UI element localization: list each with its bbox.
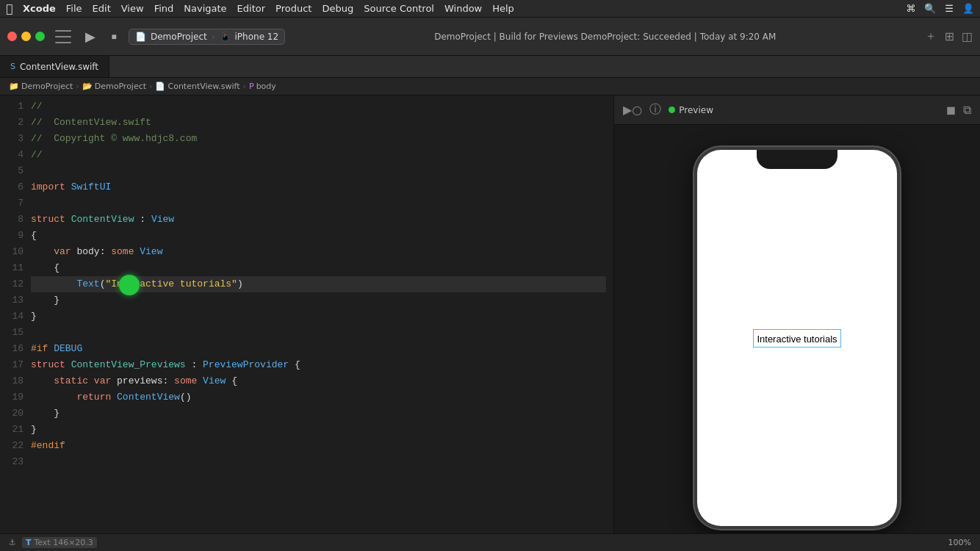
preview-toolbar: ▶○ ⓘ Preview ◼ ⧉ <box>614 96 980 125</box>
device-icon: 📱 <box>220 32 231 42</box>
menu-editor[interactable]: Editor <box>237 3 265 14</box>
breadcrumb: 📁 DemoProject › 📂 DemoProject › 📄 Conten… <box>0 78 980 96</box>
swift-icon: 📄 <box>155 82 165 91</box>
menu-xcode[interactable]: Xcode <box>23 3 56 14</box>
breadcrumb-contentview-swift[interactable]: 📄 ContentView.swift <box>155 82 239 91</box>
preview-toolbar-right: ◼ ⧉ <box>946 103 971 117</box>
status-right: 100% <box>948 538 971 547</box>
preview-label: Preview <box>669 105 713 115</box>
preview-content: Interactive tutorials <box>614 125 980 551</box>
source-code: // // ContentView.swift // Copyright © w… <box>31 98 613 470</box>
preview-text-label: Preview <box>679 105 713 115</box>
code-area: 1 2 3 4 5 6 7 8 9 10 11 12 13 14 15 16 1… <box>0 96 613 473</box>
menu-edit[interactable]: Edit <box>93 3 111 14</box>
breakpoint-indicator <box>119 275 140 295</box>
menu-product[interactable]: Product <box>275 3 311 14</box>
breadcrumb-demoproject-group[interactable]: 📂 DemoProject <box>82 82 146 91</box>
project-icon: 📄 <box>135 32 146 42</box>
swift-file-icon: S <box>10 62 15 71</box>
add-icon[interactable]: ＋ <box>925 29 937 44</box>
duplicate-icon[interactable]: ⧉ <box>963 103 971 117</box>
toolbar: ▶ ■ 📄 DemoProject › 📱 iPhone 12 DemoProj… <box>0 18 980 56</box>
menu-view[interactable]: View <box>121 3 144 14</box>
element-info: Text 146×20.3 <box>34 538 93 547</box>
build-status: DemoProject | Build for Previews DemoPro… <box>291 32 919 42</box>
phone-notch <box>757 150 837 169</box>
search-icon[interactable]: 🔍 <box>924 3 936 14</box>
stop-button[interactable]: ■ <box>105 28 123 46</box>
toolbar-right: ＋ ⊞ ◫ <box>925 29 973 44</box>
live-preview-icon[interactable]: ▶○ <box>623 103 642 117</box>
breadcrumb-sep-3: › <box>243 82 246 91</box>
scheme-selector[interactable]: 📄 DemoProject › 📱 iPhone 12 <box>129 29 285 45</box>
menu-help[interactable]: Help <box>492 3 514 14</box>
traffic-lights <box>7 32 45 41</box>
wifi-icon: ⌘ <box>906 3 915 14</box>
user-icon: 👤 <box>962 3 974 14</box>
element-type-icon: T <box>26 538 32 547</box>
chevron-right-icon: › <box>212 32 215 42</box>
tab-contentview-swift[interactable]: S ContentView.swift <box>0 56 109 77</box>
phone-screen: Interactive tutorials <box>697 150 897 526</box>
device-name: iPhone 12 <box>235 32 279 42</box>
fullscreen-button[interactable] <box>35 32 45 41</box>
layout-icon[interactable]: ⊞ <box>944 29 954 43</box>
preview-ui-text: Interactive tutorials <box>757 334 837 345</box>
property-icon: P <box>249 82 254 91</box>
split-view-icon[interactable]: ◫ <box>962 29 973 43</box>
device-preview-icon[interactable]: ◼ <box>946 103 956 117</box>
menu-find[interactable]: Find <box>154 3 174 14</box>
breadcrumb-label-0: DemoProject <box>21 82 73 91</box>
info-icon[interactable]: ⓘ <box>649 102 661 118</box>
phone-mockup: Interactive tutorials <box>694 147 900 529</box>
status-left: ⚓ T Text 146×20.3 <box>9 537 97 548</box>
tab-label: ContentView.swift <box>20 62 98 72</box>
preview-text-wrapper[interactable]: Interactive tutorials <box>753 329 840 347</box>
menubar-right: ⌘ 🔍 ☰ 👤 <box>906 3 974 14</box>
menu-navigate[interactable]: Navigate <box>184 3 226 14</box>
zoom-level: 100% <box>948 538 971 547</box>
tab-bar: S ContentView.swift <box>0 56 980 78</box>
preview-panel: ▶○ ⓘ Preview ◼ ⧉ Interactive tutorials <box>613 96 980 551</box>
sidebar-toggle[interactable] <box>55 30 71 43</box>
control-center-icon[interactable]: ☰ <box>945 3 954 14</box>
preview-status-dot <box>669 107 675 113</box>
breadcrumb-sep-1: › <box>76 82 79 91</box>
group-icon: 📂 <box>82 82 93 91</box>
status-bar: ⚓ T Text 146×20.3 100% <box>0 533 980 551</box>
breadcrumb-body[interactable]: P body <box>249 82 276 91</box>
anchor-icon[interactable]: ⚓ <box>9 538 16 547</box>
main-area: 1 2 3 4 5 6 7 8 9 10 11 12 13 14 15 16 1… <box>0 96 980 551</box>
menu-debug[interactable]: Debug <box>322 3 353 14</box>
menu-file[interactable]: File <box>66 3 82 14</box>
element-badge: T Text 146×20.3 <box>22 537 97 548</box>
menu-window[interactable]: Window <box>444 3 482 14</box>
scheme-name: DemoProject <box>151 32 207 42</box>
breadcrumb-label-2: ContentView.swift <box>167 82 239 91</box>
line-numbers: 1 2 3 4 5 6 7 8 9 10 11 12 13 14 15 16 1… <box>0 98 31 470</box>
minimize-button[interactable] <box>21 32 31 41</box>
close-button[interactable] <box>7 32 17 41</box>
breadcrumb-sep-2: › <box>149 82 152 91</box>
breadcrumb-demoproject-root[interactable]: 📁 DemoProject <box>9 82 73 91</box>
code-editor[interactable]: 1 2 3 4 5 6 7 8 9 10 11 12 13 14 15 16 1… <box>0 96 613 551</box>
breadcrumb-label-3: body <box>256 82 276 91</box>
folder-icon: 📁 <box>9 82 19 91</box>
breadcrumb-label-1: DemoProject <box>95 82 146 91</box>
play-button[interactable]: ▶ <box>82 28 99 46</box>
menu-bar:  Xcode File Edit View Find Navigate Edi… <box>0 0 980 18</box>
menu-source-control[interactable]: Source Control <box>364 3 434 14</box>
apple-menu[interactable]:  <box>6 2 12 15</box>
